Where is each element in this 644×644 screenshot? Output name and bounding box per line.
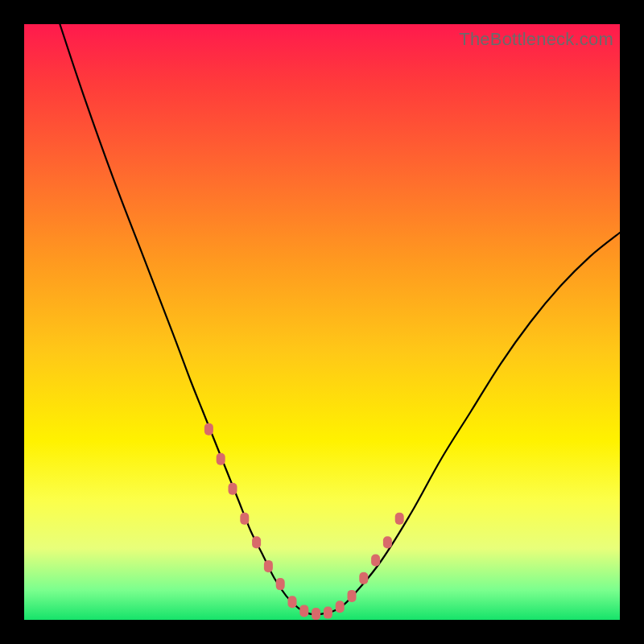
marker-group — [204, 423, 404, 620]
curve-marker — [395, 513, 404, 525]
curve-marker — [348, 590, 357, 602]
curve-marker — [371, 555, 380, 567]
curve-marker — [204, 423, 213, 436]
bottleneck-curve — [60, 24, 620, 615]
curve-marker — [288, 596, 297, 608]
curve-marker — [217, 453, 225, 465]
curve-marker — [359, 572, 368, 584]
curve-marker — [324, 607, 332, 619]
curve-marker — [336, 601, 345, 613]
curve-marker — [252, 536, 261, 548]
curve-marker — [276, 578, 285, 590]
bottleneck-chart — [24, 24, 620, 620]
curve-marker — [299, 605, 308, 617]
curve-marker — [229, 483, 237, 495]
curve-marker — [264, 560, 273, 572]
curve-marker — [312, 608, 320, 620]
chart-frame: TheBottleneck.com — [24, 24, 620, 620]
curve-marker — [383, 536, 392, 548]
curve-marker — [240, 513, 249, 525]
